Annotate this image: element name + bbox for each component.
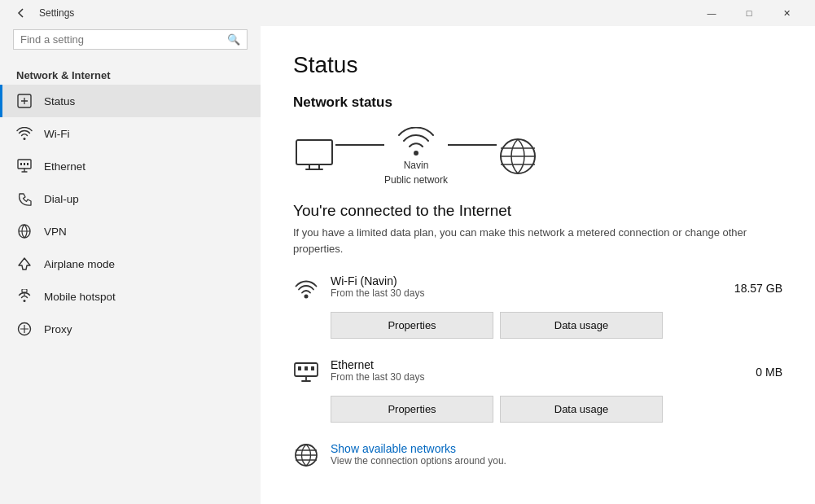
page-title: Status [293,52,782,78]
sidebar-item-ethernet[interactable]: Ethernet [0,150,261,182]
svg-rect-11 [311,366,314,370]
show-networks-sub: View the connection options around you. [331,455,506,467]
wifi-properties-button[interactable]: Properties [331,312,493,339]
sidebar-item-status-label: Status [44,95,75,107]
ethernet-btn-row: Properties Data usage [331,396,782,423]
wifi-period: From the last 30 days [331,287,723,299]
section-title: Network status [293,94,782,111]
svg-rect-4 [296,140,332,164]
sidebar-item-hotspot-label: Mobile hotspot [44,291,116,303]
search-input[interactable] [20,33,227,46]
minimize-button[interactable]: — [693,0,730,26]
svg-rect-2 [22,289,27,292]
show-networks-icon [293,442,319,468]
ethernet-usage-icon [293,360,319,386]
proxy-icon [16,321,33,337]
dialup-icon [16,191,33,207]
ethernet-usage-row: Ethernet From the last 30 days 0 MB [293,358,782,386]
line-2 [448,144,497,146]
network-diagram: Navin Public network [293,127,782,186]
maximize-button[interactable]: □ [730,0,768,26]
ethernet-period: From the last 30 days [331,371,744,383]
wifi-icon [16,125,33,142]
monitor-icon [293,138,335,174]
connected-heading: You're connected to the Internet [293,202,782,220]
sidebar-item-airplane-label: Airplane mode [44,258,115,270]
ethernet-nav-icon [16,158,33,174]
sidebar-item-wifi-label: Wi-Fi [44,128,69,140]
show-networks-text: Show available networks View the connect… [331,442,506,467]
sidebar-item-dialup-label: Dial-up [44,193,79,205]
app-body: 🔍 Network & Internet Status [0,26,815,504]
status-icon [16,93,33,109]
sidebar-item-vpn-label: VPN [44,226,67,238]
svg-rect-10 [305,366,308,370]
content-area: Status Network status Navin [261,26,815,504]
hotspot-icon [16,288,33,305]
network-type-label: Public network [384,174,448,186]
ethernet-usage-info: Ethernet From the last 30 days [331,358,744,383]
vpn-icon [16,223,33,239]
sidebar-item-wifi[interactable]: Wi-Fi [0,117,261,150]
wifi-btn-row: Properties Data usage [331,312,782,339]
ethernet-name: Ethernet [331,358,744,371]
wifi-usage-row: Wi-Fi (Navin) From the last 30 days 18.5… [293,274,782,302]
sidebar-item-proxy-label: Proxy [44,323,72,335]
ethernet-amount: 0 MB [756,366,782,379]
wifi-diagram-icon: Navin Public network [384,127,448,186]
sidebar-item-status[interactable]: Status [0,85,261,117]
sidebar-item-proxy[interactable]: Proxy [0,313,261,345]
sidebar: 🔍 Network & Internet Status [0,26,261,504]
wifi-amount: 18.57 GB [734,282,782,295]
window-controls: — □ ✕ [693,0,805,26]
sidebar-section-label: Network & Internet [0,59,261,85]
airplane-icon [16,256,33,272]
svg-point-7 [305,295,309,299]
wifi-usage-info: Wi-Fi (Navin) From the last 30 days [331,274,723,299]
window-title: Settings [39,7,74,19]
wifi-name: Wi-Fi (Navin) [331,274,723,287]
svg-point-5 [414,151,418,156]
titlebar: Settings — □ ✕ [0,0,815,26]
sidebar-item-hotspot[interactable]: Mobile hotspot [0,280,261,313]
ethernet-properties-button[interactable]: Properties [331,396,493,423]
svg-rect-9 [298,366,301,370]
sidebar-item-dialup[interactable]: Dial-up [0,182,261,215]
connected-sub: If you have a limited data plan, you can… [293,225,782,256]
show-networks-row: Show available networks View the connect… [293,442,782,468]
search-box[interactable]: 🔍 [13,29,248,50]
ethernet-data-usage-button[interactable]: Data usage [500,396,663,423]
sidebar-item-vpn[interactable]: VPN [0,215,261,248]
sidebar-item-airplane[interactable]: Airplane mode [0,248,261,280]
search-icon: 🔍 [227,33,240,46]
close-button[interactable]: ✕ [768,0,805,26]
globe-icon [497,135,539,177]
network-name-label: Navin [404,160,429,171]
line-1 [335,144,384,146]
wifi-usage-icon [293,276,319,302]
back-button[interactable] [10,2,33,24]
sidebar-item-ethernet-label: Ethernet [44,160,85,173]
wifi-data-usage-button[interactable]: Data usage [500,312,663,339]
show-networks-title[interactable]: Show available networks [331,442,506,455]
